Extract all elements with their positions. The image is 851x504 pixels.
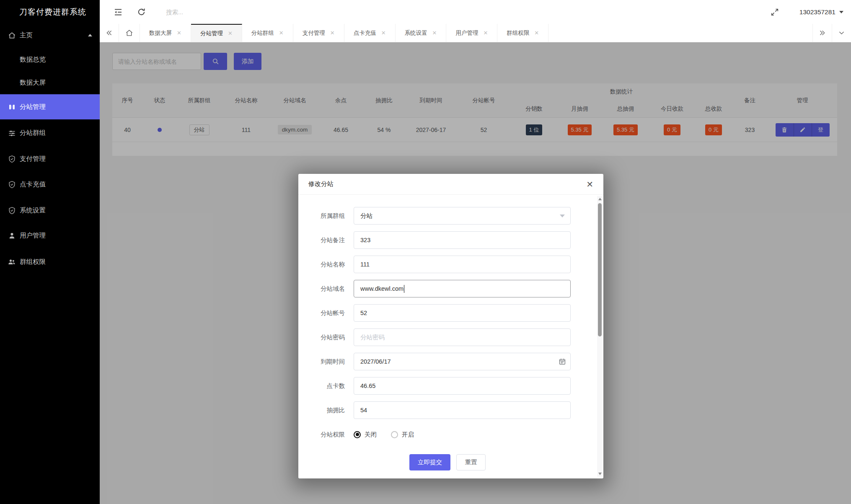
- radio-unselected-icon: [391, 431, 398, 438]
- tabs-scroll-right[interactable]: [812, 24, 832, 42]
- tab-site-groups[interactable]: 分站群组✕: [242, 24, 293, 42]
- close-icon[interactable]: ✕: [177, 30, 181, 36]
- tab-label: 数据大屏: [149, 29, 172, 37]
- close-icon[interactable]: ✕: [483, 30, 488, 36]
- tab-label: 点卡充值: [354, 29, 376, 37]
- form-row-remark: 分站备注: [298, 231, 597, 249]
- commission-field[interactable]: [354, 401, 571, 419]
- refresh-icon[interactable]: [137, 7, 147, 17]
- sidebar-item-home[interactable]: 主页: [0, 26, 100, 44]
- form-row-domain: 分站域名 www.dkewl.com: [298, 280, 597, 297]
- field-label: 所属群组: [298, 212, 354, 220]
- account-field[interactable]: [354, 304, 571, 322]
- sidebar-item-label: 分站群组: [20, 129, 46, 137]
- form-row-permission: 分站权限 关闭 开启: [298, 426, 597, 443]
- tab-label: 分站管理: [200, 30, 223, 37]
- group-select[interactable]: 分站: [354, 207, 571, 225]
- field-label: 分站密码: [298, 333, 354, 341]
- tab-data-screen[interactable]: 数据大屏✕: [140, 24, 191, 42]
- tab-label: 支付管理: [303, 29, 325, 37]
- sidebar: 刀客付费进群系统 主页 数据总览 数据大屏 分站管理 分站群组: [0, 0, 100, 504]
- site-name-field[interactable]: [354, 256, 571, 273]
- sliders-icon: [8, 129, 16, 137]
- submit-button[interactable]: 立即提交: [409, 454, 450, 470]
- scroll-down-arrow[interactable]: [597, 471, 603, 477]
- scrollbar-thumb[interactable]: [598, 203, 602, 336]
- close-icon[interactable]: ✕: [534, 30, 539, 36]
- date-value: 2027/06/17: [360, 358, 391, 365]
- radio-label: 关闭: [365, 431, 377, 439]
- form-row-group: 所属群组 分站: [298, 207, 597, 225]
- caret-down-icon: [839, 11, 843, 13]
- sidebar-item-data-screen[interactable]: 数据大屏: [0, 74, 100, 91]
- user-menu[interactable]: 1302357281: [799, 8, 843, 16]
- tab-payment[interactable]: 支付管理✕: [293, 24, 344, 42]
- fullscreen-icon[interactable]: [770, 8, 779, 17]
- tab-spacer: [548, 24, 812, 42]
- edit-site-modal: 修改分站 ✕ 所属群组 分站 分站备注 分站名称: [298, 174, 603, 478]
- menu-fold-icon[interactable]: [113, 7, 123, 17]
- close-icon[interactable]: ✕: [586, 180, 593, 189]
- shield-check-icon: [8, 155, 16, 163]
- close-icon[interactable]: ✕: [432, 30, 437, 36]
- points-field[interactable]: [354, 377, 571, 395]
- chevron-down-icon: [560, 215, 565, 217]
- radio-open[interactable]: 开启: [391, 431, 414, 439]
- sidebar-item-label: 群组权限: [20, 258, 46, 266]
- form-row-name: 分站名称: [298, 256, 597, 273]
- tabs-scroll-left[interactable]: [100, 24, 119, 42]
- shield-check-icon: [8, 206, 16, 215]
- radio-selected-icon: [354, 431, 361, 438]
- calendar-icon[interactable]: [559, 358, 566, 365]
- modal-title: 修改分站: [308, 180, 334, 188]
- field-label: 分站帐号: [298, 309, 354, 317]
- form-row-points: 点卡数: [298, 377, 597, 395]
- field-label: 抽拥比: [298, 406, 354, 414]
- close-icon[interactable]: ✕: [228, 30, 233, 36]
- users-icon: [8, 258, 16, 266]
- close-icon[interactable]: ✕: [330, 30, 335, 36]
- chevron-up-icon: [88, 34, 92, 36]
- tab-site-manage[interactable]: 分站管理✕: [191, 24, 242, 42]
- selected-option: 分站: [360, 212, 372, 220]
- sidebar-item-site-manage[interactable]: 分站管理: [0, 94, 100, 119]
- tab-label: 分站群组: [251, 29, 274, 37]
- tab-group-permission[interactable]: 群组权限✕: [497, 24, 548, 42]
- sidebar-item-label: 用户管理: [20, 231, 46, 240]
- close-icon[interactable]: ✕: [279, 30, 284, 36]
- global-search-input[interactable]: [166, 9, 300, 16]
- radio-close[interactable]: 关闭: [354, 431, 377, 439]
- expire-date-field[interactable]: 2027/06/17: [354, 353, 571, 370]
- content-area: 添加 序号 状态 所属群组 分站名称 分站域名 余点 抽拥比 到期时间 分站帐号…: [100, 42, 851, 504]
- user-icon: [8, 231, 16, 240]
- username: 1302357281: [799, 8, 835, 16]
- scroll-up-arrow[interactable]: [597, 196, 603, 202]
- domain-field[interactable]: www.dkewl.com: [354, 280, 571, 297]
- topbar: 1302357281: [100, 0, 851, 24]
- sidebar-item-group-permission[interactable]: 群组权限: [0, 253, 100, 271]
- modal-body: 所属群组 分站 分站备注 分站名称 分站域名: [298, 195, 597, 452]
- sidebar-item-data-overview[interactable]: 数据总览: [0, 51, 100, 68]
- modal-footer: 立即提交 重置: [298, 454, 597, 470]
- password-field[interactable]: [354, 328, 571, 346]
- close-icon[interactable]: ✕: [381, 30, 386, 36]
- form-row-commission: 抽拥比: [298, 401, 597, 419]
- tab-user-manage[interactable]: 用户管理✕: [446, 24, 497, 42]
- sidebar-item-label: 主页: [20, 31, 33, 40]
- tab-system-settings[interactable]: 系统设置✕: [396, 24, 447, 42]
- sidebar-item-user-manage[interactable]: 用户管理: [0, 227, 100, 244]
- sidebar-item-card-recharge[interactable]: 点卡充值: [0, 176, 100, 193]
- tab-card-recharge[interactable]: 点卡充值✕: [344, 24, 396, 42]
- tab-home[interactable]: [119, 24, 140, 42]
- app-window: 刀客付费进群系统 主页 数据总览 数据大屏 分站管理 分站群组: [0, 0, 851, 504]
- sidebar-item-site-groups[interactable]: 分站群组: [0, 124, 100, 142]
- sidebar-item-payment[interactable]: 支付管理: [0, 150, 100, 168]
- tabs-menu-chevron[interactable]: [832, 24, 851, 42]
- sidebar-item-system-settings[interactable]: 系统设置: [0, 202, 100, 219]
- tab-label: 系统设置: [405, 29, 427, 37]
- remark-field[interactable]: [354, 231, 571, 249]
- reset-button[interactable]: 重置: [456, 454, 486, 470]
- tab-label: 群组权限: [507, 29, 529, 37]
- modal-scrollbar[interactable]: [597, 196, 603, 477]
- sidebar-item-label: 数据大屏: [20, 78, 46, 87]
